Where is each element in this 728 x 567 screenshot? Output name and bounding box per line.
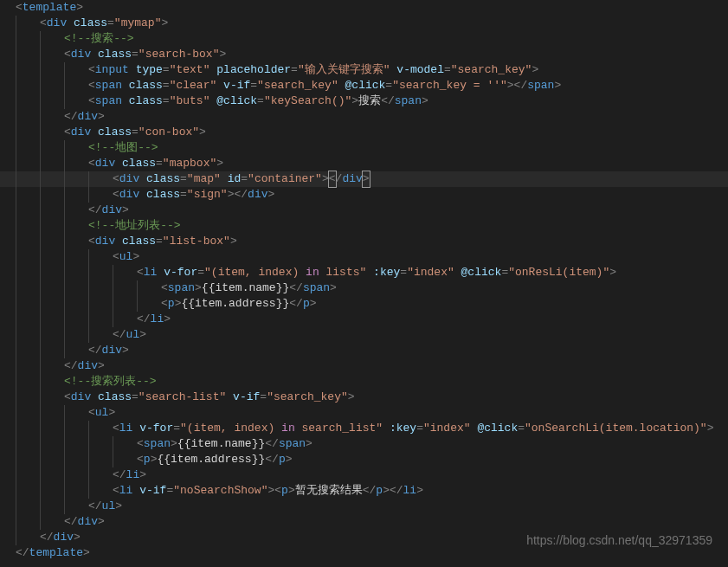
code-line[interactable]: <p>{{item.address}}</p>	[0, 296, 728, 312]
code-line[interactable]: <div class="con-box">	[0, 125, 728, 140]
code-line[interactable]: </div>	[0, 203, 728, 218]
code-line[interactable]: <div class="map" id="container"></div>	[0, 171, 728, 187]
code-line[interactable]: <span>{{item.name}}</span>	[0, 280, 728, 296]
code-content: <ul>	[88, 405, 728, 421]
code-content: <span>{{item.name}}</span>	[137, 436, 728, 452]
code-line[interactable]: </li>	[0, 467, 728, 483]
code-line[interactable]: </ul>	[0, 327, 728, 343]
code-content: <template>	[16, 0, 728, 16]
code-content: <div class="search-list" v-if="search_ke…	[64, 390, 728, 405]
code-line[interactable]: </div>	[0, 358, 728, 374]
code-content: </div>	[88, 203, 728, 218]
code-content: <!--搜索列表-->	[64, 374, 728, 390]
code-line[interactable]: </div>	[0, 514, 728, 530]
code-line[interactable]: <!--地图-->	[0, 140, 728, 156]
code-content: </div>	[64, 109, 728, 125]
code-content: </ul>	[113, 327, 728, 343]
code-line[interactable]: <ul>	[0, 249, 728, 265]
code-content: <div class="mymap">	[40, 16, 728, 31]
code-line[interactable]: <span>{{item.name}}</span>	[0, 436, 728, 452]
code-content: </div>	[64, 358, 728, 374]
code-line[interactable]: <div class="mapbox">	[0, 156, 728, 171]
code-line[interactable]: <li v-for="(item, index) in search_list"…	[0, 421, 728, 436]
code-content: <li v-if="noSearchShow"><p>暂无搜索结果</p></l…	[113, 483, 728, 499]
code-content: <li v-for="(item, index) in lists" :key=…	[137, 265, 728, 280]
code-line[interactable]: <div class="search-box">	[0, 47, 728, 62]
code-line[interactable]: </div>	[0, 109, 728, 125]
code-content: <li v-for="(item, index) in search_list"…	[113, 421, 728, 436]
code-line[interactable]: <template>	[0, 0, 728, 16]
code-content: <p>{{item.address}}</p>	[137, 452, 728, 467]
code-content: <input type="text" placeholder="输入关键字搜索"…	[88, 62, 728, 78]
code-content: <div class="search-box">	[64, 47, 728, 62]
code-line[interactable]: <!--搜索列表-->	[0, 374, 728, 390]
code-content: <ul>	[113, 249, 728, 265]
code-line[interactable]: <span class="buts" @click="keySearch()">…	[0, 93, 728, 109]
code-line[interactable]: <p>{{item.address}}</p>	[0, 452, 728, 467]
code-line[interactable]: <li v-if="noSearchShow"><p>暂无搜索结果</p></l…	[0, 483, 728, 499]
watermark-text: https://blog.csdn.net/qq_32971359	[526, 532, 712, 548]
code-line[interactable]: <input type="text" placeholder="输入关键字搜索"…	[0, 62, 728, 78]
code-content: <div class="sign"></div>	[113, 187, 728, 203]
code-content: <span class="clear" v-if="search_key" @c…	[88, 78, 728, 93]
code-content: </div>	[88, 343, 728, 358]
code-content: <span>{{item.name}}</span>	[161, 280, 728, 296]
code-content: <div class="map" id="container"></div>	[113, 171, 728, 187]
code-line[interactable]: </ul>	[0, 499, 728, 514]
code-content: </ul>	[88, 499, 728, 514]
code-line[interactable]: <div class="list-box">	[0, 234, 728, 249]
code-content: <!--搜索-->	[64, 31, 728, 47]
code-line[interactable]: </div>	[0, 343, 728, 358]
code-line[interactable]: <span class="clear" v-if="search_key" @c…	[0, 78, 728, 93]
code-line[interactable]: <div class="mymap">	[0, 16, 728, 31]
code-editor[interactable]: <template><div class="mymap"><!--搜索--><d…	[0, 0, 728, 561]
code-content: <!--地址列表-->	[88, 218, 728, 234]
code-line[interactable]: <!--搜索-->	[0, 31, 728, 47]
code-line[interactable]: </li>	[0, 312, 728, 327]
code-line[interactable]: <div class="search-list" v-if="search_ke…	[0, 390, 728, 405]
code-content: </li>	[137, 312, 728, 327]
code-content: </li>	[113, 467, 728, 483]
code-line[interactable]: <li v-for="(item, index) in lists" :key=…	[0, 265, 728, 280]
code-line[interactable]: <!--地址列表-->	[0, 218, 728, 234]
code-content: <div class="mapbox">	[88, 156, 728, 171]
code-line[interactable]: <div class="sign"></div>	[0, 187, 728, 203]
code-content: <p>{{item.address}}</p>	[161, 296, 728, 312]
code-content: <div class="list-box">	[88, 234, 728, 249]
code-content: <span class="buts" @click="keySearch()">…	[88, 93, 728, 109]
code-content: </div>	[64, 514, 728, 530]
code-content: <!--地图-->	[88, 140, 728, 156]
code-line[interactable]: <ul>	[0, 405, 728, 421]
code-content: <div class="con-box">	[64, 125, 728, 140]
